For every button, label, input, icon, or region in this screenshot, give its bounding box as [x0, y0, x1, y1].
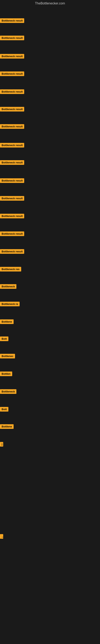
bottleneck-result-item-25[interactable]: |	[0, 442, 3, 448]
bottleneck-result-badge: Bottleneck result	[0, 249, 24, 254]
bottleneck-result-item-3[interactable]: Bottleneck result	[0, 54, 24, 59]
bottleneck-result-item-23[interactable]: Bott	[0, 407, 8, 412]
bottleneck-result-badge: Bottleneck result	[0, 107, 24, 112]
bottleneck-result-badge: Bottleneck result	[0, 178, 24, 183]
bottleneck-result-badge: Bottleneck result	[0, 232, 24, 236]
bottleneck-result-badge: Bottleneck result	[0, 89, 24, 94]
bottleneck-result-badge: Bottleneck result	[0, 72, 24, 76]
bottleneck-result-item-10[interactable]: Bottleneck result	[0, 178, 24, 184]
bottleneck-result-badge: Bottleneck result	[0, 196, 24, 201]
bottleneck-result-badge: Bottleneck result	[0, 214, 24, 218]
bottleneck-result-item-12[interactable]: Bottleneck result	[0, 214, 24, 219]
bottleneck-result-badge: Bottlene	[0, 320, 14, 324]
bottleneck-result-item-13[interactable]: Bottleneck result	[0, 232, 24, 237]
bottleneck-result-badge: Bottleneck result	[0, 18, 24, 23]
bottleneck-result-badge: Bottlen	[0, 372, 12, 376]
bottleneck-result-item-14[interactable]: Bottleneck result	[0, 249, 24, 254]
bottleneck-result-item-18[interactable]: Bottlene	[0, 320, 14, 325]
bottleneck-result-item-20[interactable]: Bottlenec	[0, 354, 15, 359]
bottleneck-result-badge: Bottleneck result	[0, 36, 24, 40]
bottleneck-result-badge: Bott	[0, 336, 8, 341]
bottleneck-result-item-17[interactable]: Bottleneck re	[0, 302, 20, 307]
bottleneck-result-badge: …	[0, 534, 3, 539]
bottleneck-result-item-2[interactable]: Bottleneck result	[0, 36, 24, 41]
bottleneck-result-item-21[interactable]: Bottlen	[0, 372, 12, 377]
bottleneck-result-item-19[interactable]: Bott	[0, 336, 8, 342]
bottleneck-result-badge: |	[0, 442, 3, 446]
bottleneck-result-badge: Bottleneck result	[0, 160, 24, 165]
bottleneck-result-badge: Bottlene	[0, 424, 14, 429]
bottleneck-result-badge: Bott	[0, 407, 8, 412]
bottleneck-result-badge: Bottleneck result	[0, 124, 24, 129]
bottleneck-result-badge: Bottleneck res	[0, 267, 21, 272]
bottleneck-result-badge: Bottleneck result	[0, 54, 24, 58]
bottleneck-result-item-26[interactable]: …	[0, 534, 3, 540]
bottleneck-result-item-15[interactable]: Bottleneck res	[0, 267, 21, 272]
bottleneck-result-item-11[interactable]: Bottleneck result	[0, 196, 24, 202]
bottleneck-result-badge: Bottleneck	[0, 284, 16, 289]
bottleneck-result-badge: Bottlenec	[0, 354, 15, 358]
bottleneck-result-item-9[interactable]: Bottleneck result	[0, 160, 24, 166]
bottleneck-result-item-8[interactable]: Bottleneck result	[0, 143, 24, 148]
bottleneck-result-item-5[interactable]: Bottleneck result	[0, 89, 24, 95]
bottleneck-result-item-24[interactable]: Bottlene	[0, 424, 14, 430]
bottleneck-result-item-6[interactable]: Bottleneck result	[0, 107, 24, 112]
bottleneck-result-badge: Bottleneck result	[0, 143, 24, 148]
bottleneck-result-item-16[interactable]: Bottleneck	[0, 284, 16, 290]
bottleneck-result-badge: Bottleneck re	[0, 302, 20, 306]
bottleneck-result-badge: Bottleneck	[0, 389, 16, 394]
bottleneck-result-item-22[interactable]: Bottleneck	[0, 389, 16, 395]
bottleneck-result-item-7[interactable]: Bottleneck result	[0, 124, 24, 130]
bottleneck-result-item-1[interactable]: Bottleneck result	[0, 18, 24, 24]
site-title: TheBottlenecker.com	[0, 0, 100, 7]
bottleneck-result-item-4[interactable]: Bottleneck result	[0, 72, 24, 77]
